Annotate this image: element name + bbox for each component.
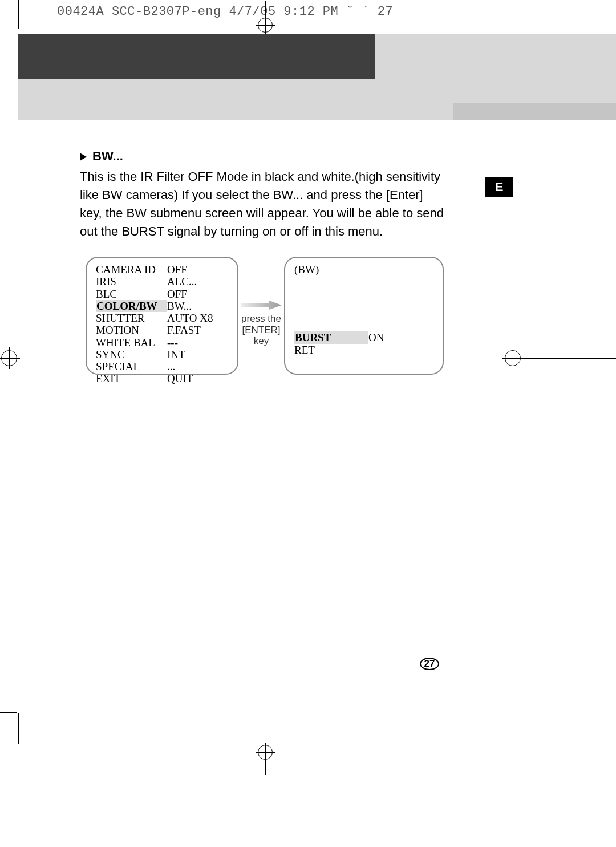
menu-row: BURSTON (294, 331, 433, 343)
menu-label: SPECIAL (96, 360, 167, 372)
menu-value: ... (167, 360, 175, 372)
arrow-text-2: [ENTER] key (238, 325, 284, 347)
menu-row: EXITQUIT (96, 372, 228, 384)
arrow-right-icon (241, 301, 282, 310)
menu-label: EXIT (96, 372, 167, 384)
triangle-bullet-icon (80, 148, 88, 166)
menu-row: RET (294, 344, 433, 356)
arrow-text-1: press the (241, 313, 281, 325)
menu-label: IRIS (96, 275, 167, 287)
submenu-box: (BW) BURSTONRET (284, 257, 444, 375)
crop-line (0, 712, 17, 713)
menu-row: WHITE BAL--- (96, 337, 228, 348)
main-menu-box: CAMERA IDOFFIRISALC...BLCOFFCOLOR/BWBW..… (86, 257, 238, 375)
registration-mark-icon (504, 349, 522, 367)
crop-line (510, 0, 510, 29)
arrow-label: press the [ENTER] key (238, 285, 284, 347)
menu-label: COLOR/BW (96, 300, 167, 312)
menu-value: ON (368, 331, 384, 343)
menu-row: SPECIAL... (96, 360, 228, 372)
svg-marker-0 (80, 153, 87, 161)
menu-value: --- (167, 337, 178, 348)
menu-label: MOTION (96, 324, 167, 336)
menu-row: BLCOFF (96, 288, 228, 300)
menu-value: INT (167, 348, 185, 360)
menu-label: RET (294, 344, 368, 356)
menu-label: WHITE BAL (96, 337, 167, 348)
header-banner (18, 34, 616, 120)
menu-row: SYNCINT (96, 348, 228, 360)
crop-line (18, 0, 19, 29)
menu-label: SYNC (96, 348, 167, 360)
menu-value: OFF (167, 264, 187, 275)
menu-value: ALC... (167, 275, 197, 287)
svg-marker-1 (241, 301, 282, 310)
menu-row: IRISALC... (96, 275, 228, 287)
menu-value: OFF (167, 288, 187, 300)
crop-line (18, 713, 19, 744)
menu-value: BW... (167, 300, 192, 312)
menu-value: QUIT (167, 372, 193, 384)
section-title: BW... (92, 149, 123, 163)
menu-row: CAMERA IDOFF (96, 264, 228, 275)
submenu-title: (BW) (294, 264, 433, 275)
registration-mark-icon (0, 349, 18, 367)
menu-label: SHUTTER (96, 312, 167, 324)
menu-label: BLC (96, 288, 167, 300)
menu-row: MOTIONF.FAST (96, 324, 228, 336)
language-tab: E (485, 177, 513, 197)
menu-label: BURST (294, 331, 368, 343)
print-slug: 00424A SCC-B2307P-eng 4/7/05 9:12 PM ˘ `… (57, 5, 393, 19)
menu-label: CAMERA ID (96, 264, 167, 275)
menu-row: COLOR/BWBW... (96, 300, 228, 312)
menu-value: AUTO X8 (167, 312, 213, 324)
page-number: 27 (420, 658, 439, 670)
section-paragraph: This is the IR Filter OFF Mode in black … (80, 168, 445, 241)
section-body: BW... This is the IR Filter OFF Mode in … (80, 147, 445, 241)
crop-line (0, 26, 17, 26)
menu-value: F.FAST (167, 324, 201, 336)
menu-row: SHUTTERAUTO X8 (96, 312, 228, 324)
